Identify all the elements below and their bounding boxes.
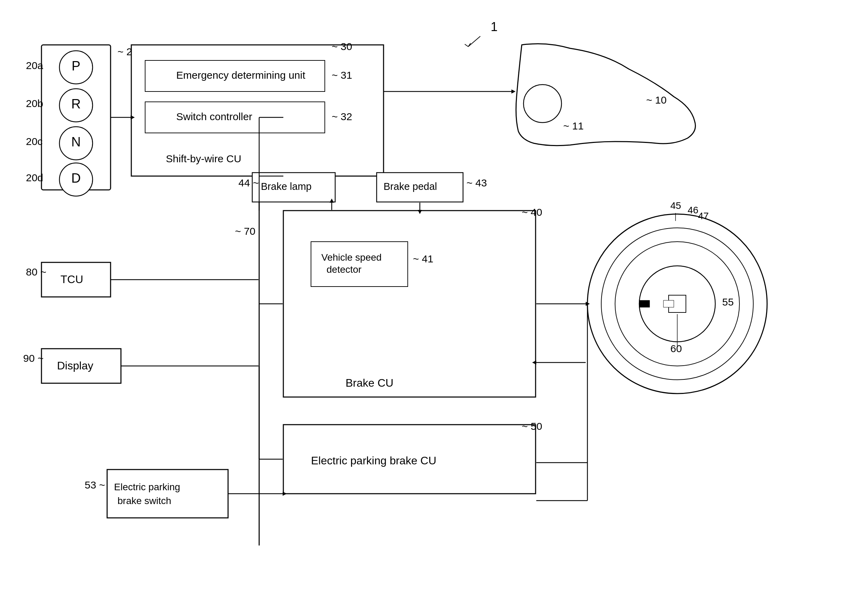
ref-55: 55	[722, 296, 734, 308]
ref-70: ~ 70	[235, 226, 255, 237]
epb-switch-box	[107, 470, 228, 518]
switch-controller-label: Switch controller	[176, 111, 252, 122]
system-diagram: 1 P R N D 20a 20b 20c 20d ~ 20 Emergency…	[0, 0, 868, 599]
ref-80: 80 ~	[26, 266, 46, 278]
display-label: Display	[57, 360, 93, 372]
wheel-hub-circle	[524, 84, 562, 123]
ref-10: ~ 10	[646, 94, 667, 105]
brake-pedal-label: Brake pedal	[383, 181, 437, 192]
shift-by-wire-cu-label: Shift-by-wire CU	[166, 153, 241, 164]
ref-32: ~ 32	[332, 111, 352, 122]
svg-text:R: R	[71, 97, 80, 111]
speed-detector-label-1: Vehicle speed	[322, 252, 382, 263]
ref-53: 53 ~	[85, 479, 105, 491]
ref-46: 46	[688, 205, 698, 215]
ref-30: ~ 30	[332, 41, 352, 52]
ref-90: 90 ~	[23, 352, 44, 364]
epb-switch-label-1: Electric parking	[114, 482, 180, 492]
ref-60: 60	[670, 343, 682, 354]
ref-43: ~ 43	[466, 177, 487, 188]
emergency-unit-label: Emergency determining unit	[176, 69, 305, 81]
svg-text:D: D	[71, 171, 80, 185]
ref-41: ~ 41	[413, 253, 433, 265]
ref-20a: 20a	[26, 60, 43, 71]
brake-cu-box	[283, 211, 536, 397]
ref-44: 44 ~	[239, 177, 259, 188]
ref-40: ~ 40	[522, 206, 542, 218]
svg-text:P: P	[71, 59, 80, 73]
ref-20b: 20b	[26, 98, 43, 109]
ref-50: ~ 50	[522, 420, 542, 432]
ref-20c: 20c	[26, 136, 42, 147]
ref-20d: 20d	[26, 172, 43, 183]
ref-1: 1	[491, 20, 498, 34]
tcu-label: TCU	[60, 273, 83, 286]
epb-cu-label: Electric parking brake CU	[311, 455, 436, 467]
caliper-block-2	[663, 300, 674, 307]
speed-detector-label-2: detector	[326, 264, 361, 275]
svg-text:N: N	[71, 135, 80, 149]
epb-switch-label-2: brake switch	[118, 495, 171, 506]
brake-lamp-label: Brake lamp	[261, 181, 312, 192]
brake-cu-label: Brake CU	[346, 377, 394, 389]
ref-31: ~ 31	[332, 69, 352, 81]
ref-47: 47	[698, 211, 709, 221]
caliper-block-1	[639, 300, 650, 307]
ref-11: ~ 11	[563, 120, 584, 131]
ref-45: 45	[670, 200, 681, 211]
